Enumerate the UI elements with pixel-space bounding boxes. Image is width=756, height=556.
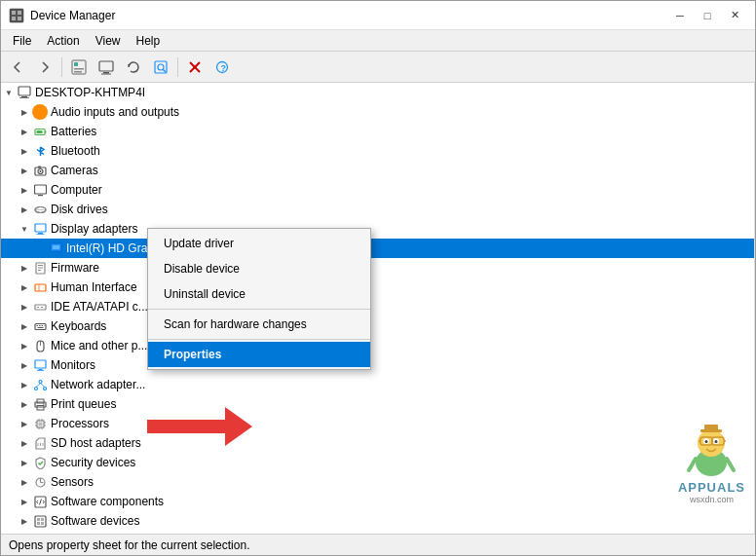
tree-expand-software-dev[interactable]: ▶ bbox=[17, 517, 32, 526]
tree-expand-mice[interactable]: ▶ bbox=[17, 342, 32, 351]
tree-item-monitors[interactable]: ▶ Monitors bbox=[1, 355, 754, 375]
tree-item-mice[interactable]: ▶ Mice and other p... bbox=[1, 336, 754, 355]
svg-rect-71 bbox=[38, 422, 42, 426]
tree-expand-computer[interactable]: ▶ bbox=[17, 186, 32, 195]
svg-rect-39 bbox=[36, 234, 44, 235]
ctx-properties[interactable]: Properties bbox=[148, 342, 370, 367]
svg-rect-58 bbox=[35, 360, 46, 368]
tree-expand-network[interactable]: ▶ bbox=[17, 381, 32, 389]
menu-action[interactable]: Action bbox=[39, 32, 87, 50]
svg-rect-3 bbox=[12, 17, 16, 20]
tree-item-audio[interactable]: ▶ Audio inputs and outputs bbox=[1, 102, 754, 122]
tree-item-print[interactable]: ▶ Print queues bbox=[1, 394, 754, 414]
computer-tree-icon bbox=[32, 182, 48, 198]
tree-expand-cameras[interactable]: ▶ bbox=[17, 167, 32, 175]
tree-item-keyboards[interactable]: ▶ Keyboards bbox=[1, 316, 754, 336]
tree-expand-software-comp[interactable]: ▶ bbox=[17, 498, 32, 506]
toolbar-help-button[interactable]: ? bbox=[209, 55, 235, 80]
ctx-separator-2 bbox=[148, 339, 370, 340]
svg-rect-68 bbox=[37, 405, 44, 410]
toolbar-scan-button[interactable] bbox=[148, 55, 173, 80]
tree-expand-keyboards[interactable]: ▶ bbox=[17, 322, 32, 331]
tree-expand-monitors[interactable]: ▶ bbox=[17, 361, 32, 370]
toolbar-back-button[interactable] bbox=[5, 55, 30, 80]
ctx-disable-device[interactable]: Disable device bbox=[148, 256, 370, 281]
svg-point-62 bbox=[34, 387, 37, 389]
tree-expand-print[interactable]: ▶ bbox=[17, 400, 32, 409]
firmware-label: Firmware bbox=[51, 261, 99, 275]
svg-rect-32 bbox=[34, 185, 46, 194]
tree-item-intel-graphics[interactable]: Intel(R) HD Graphics 615 bbox=[1, 239, 754, 258]
title-bar-buttons: ─ □ ✕ bbox=[667, 6, 747, 25]
tree-item-sound[interactable]: ▶ Sound, video and game controllers bbox=[1, 531, 754, 534]
tree-expand-firmware[interactable]: ▶ bbox=[17, 264, 32, 273]
status-bar: Opens property sheet for the current sel… bbox=[1, 534, 755, 555]
tree-item-sensors[interactable]: ▶ Sensors bbox=[1, 472, 754, 492]
menu-view[interactable]: View bbox=[88, 32, 129, 50]
svg-rect-52 bbox=[36, 325, 38, 326]
tree-item-software-components[interactable]: ▶ Software components bbox=[1, 492, 754, 511]
svg-rect-9 bbox=[99, 61, 113, 71]
tree-item-network[interactable]: ▶ Network adapter... bbox=[1, 375, 754, 394]
svg-rect-88 bbox=[35, 516, 46, 527]
security-label: Security devices bbox=[51, 456, 135, 469]
keyboards-label: Keyboards bbox=[51, 319, 106, 333]
tree-item-security[interactable]: ▶ Security devices bbox=[1, 453, 754, 472]
toolbar-display-button[interactable] bbox=[94, 55, 119, 80]
tree-expand-security[interactable]: ▶ bbox=[17, 459, 32, 467]
toolbar-delete-button[interactable] bbox=[182, 55, 208, 80]
firmware-icon bbox=[32, 260, 48, 276]
svg-point-14 bbox=[158, 64, 164, 70]
title-bar: Device Manager ─ □ ✕ bbox=[1, 1, 755, 30]
tree-expand-processors[interactable]: ▶ bbox=[17, 420, 32, 428]
tree-expand-bluetooth[interactable]: ▶ bbox=[17, 147, 32, 156]
menu-file[interactable]: File bbox=[5, 32, 39, 50]
tree-expand-disk[interactable]: ▶ bbox=[17, 205, 32, 214]
toolbar-forward-button[interactable] bbox=[32, 55, 57, 80]
tree-expand-root[interactable]: ▼ bbox=[1, 89, 17, 97]
tree-item-software-devices[interactable]: ▶ Software devices bbox=[1, 511, 754, 531]
tree-item-sd[interactable]: ▶ SD host adapters bbox=[1, 433, 754, 453]
tree-item-ide[interactable]: ▶ IDE ATA/ATAPI c... bbox=[1, 297, 754, 316]
monitors-icon bbox=[32, 357, 48, 373]
close-button[interactable]: ✕ bbox=[722, 6, 747, 25]
tree-panel[interactable]: ▼ DESKTOP-KHTMP4I ▶ bbox=[1, 83, 755, 534]
tree-expand-sensors[interactable]: ▶ bbox=[17, 478, 32, 487]
svg-rect-10 bbox=[103, 72, 109, 74]
toolbar-properties-button[interactable] bbox=[66, 55, 92, 80]
tree-expand-sd[interactable]: ▶ bbox=[17, 439, 32, 448]
menu-help[interactable]: Help bbox=[129, 32, 169, 50]
tree-item-disk[interactable]: ▶ Disk drives bbox=[1, 200, 754, 219]
tree-item-cameras[interactable]: ▶ Cameras bbox=[1, 161, 754, 180]
tree-expand-human[interactable]: ▶ bbox=[17, 283, 32, 292]
bluetooth-label: Bluetooth bbox=[51, 144, 100, 158]
svg-rect-27 bbox=[36, 130, 42, 133]
svg-text:?: ? bbox=[221, 63, 227, 73]
tree-item-processors[interactable]: ▶ Processors bbox=[1, 414, 754, 433]
tree-root[interactable]: ▼ DESKTOP-KHTMP4I bbox=[1, 83, 754, 102]
tree-item-computer[interactable]: ▶ Computer bbox=[1, 180, 754, 200]
ctx-uninstall-device[interactable]: Uninstall device bbox=[148, 281, 370, 307]
device-manager-window: Device Manager ─ □ ✕ File Action View He… bbox=[0, 0, 756, 556]
ctx-scan-hardware[interactable]: Scan for hardware changes bbox=[148, 312, 370, 337]
minimize-button[interactable]: ─ bbox=[667, 6, 693, 25]
title-bar-left: Device Manager bbox=[9, 8, 115, 23]
tree-item-batteries[interactable]: ▶ Batteries bbox=[1, 122, 754, 141]
tree-item-bluetooth[interactable]: ▶ Bluetooth bbox=[1, 141, 754, 161]
tree-item-display[interactable]: ▼ Display adapters bbox=[1, 219, 754, 239]
tree-expand-batteries[interactable]: ▶ bbox=[17, 128, 32, 136]
toolbar-update-button[interactable] bbox=[121, 55, 146, 80]
tree-item-firmware[interactable]: ▶ Firmware bbox=[1, 258, 754, 278]
svg-rect-92 bbox=[41, 522, 44, 525]
tree-expand-audio[interactable]: ▶ bbox=[17, 108, 32, 117]
svg-rect-48 bbox=[35, 305, 46, 310]
tree-expand-display[interactable]: ▼ bbox=[17, 225, 32, 234]
menu-bar: File Action View Help bbox=[1, 30, 755, 52]
tree-expand-ide[interactable]: ▶ bbox=[17, 303, 32, 312]
network-label: Network adapter... bbox=[51, 378, 145, 391]
maximize-button[interactable]: □ bbox=[695, 6, 720, 25]
toolbar: ? bbox=[1, 52, 755, 83]
tree-item-human[interactable]: ▶ Human Interface bbox=[1, 278, 754, 297]
svg-line-64 bbox=[36, 383, 41, 387]
ctx-update-driver[interactable]: Update driver bbox=[148, 231, 370, 256]
